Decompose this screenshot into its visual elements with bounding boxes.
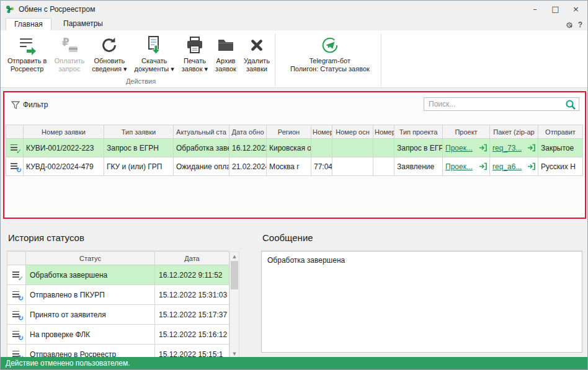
search-box — [424, 97, 579, 111]
telegram-bot-label: Telegram-бот Полигон: Статусы заявок — [290, 57, 370, 73]
open-package-icon[interactable] — [527, 162, 535, 170]
app-logo-icon — [5, 4, 15, 14]
cell-number: КУВД-002/2024-479 — [24, 157, 104, 176]
request-row-selected[interactable]: ✓ КУВИ-001/2022-223 Запрос в ЕГРН Обрабо… — [6, 139, 583, 157]
title-bar: Обмен с Росреестром – □ × — [1, 1, 587, 18]
column-header-type[interactable]: Тип заявки — [104, 125, 174, 139]
column-header-package[interactable]: Пакет (zip-ар — [490, 125, 538, 139]
send-to-rosreestr-button[interactable]: Отправить в Росреестр — [4, 32, 50, 80]
minimize-button[interactable]: – — [525, 1, 545, 17]
column-header-extra-number[interactable]: Номер — [373, 125, 394, 139]
column-header-status[interactable]: Актуальный ста — [174, 125, 229, 139]
search-input[interactable] — [424, 98, 579, 110]
status-sync-icon: ↻ — [12, 290, 21, 299]
history-date-cell: 15.12.2022 15:17:37 — [155, 305, 229, 325]
pay-request-icon: ₽ — [60, 33, 79, 56]
history-status-cell: Принято от заявителя — [26, 305, 155, 325]
refresh-info-label: Обновить сведения ▾ — [92, 57, 127, 73]
history-status-cell: Отправлено в Росреестр — [26, 345, 155, 359]
request-done-icon: ✓ — [10, 143, 19, 152]
ribbon-group-label: Действия — [1, 77, 281, 85]
cell-project: Проек... — [443, 157, 490, 176]
request-row[interactable]: ↻ КУВД-002/2024-479 ГКУ и (или) ГРП Ожид… — [6, 157, 583, 176]
pay-request-label: Оплатить запрос — [54, 57, 84, 73]
telegram-bot-button[interactable]: Telegram-бот Полигон: Статусы заявок — [280, 32, 380, 80]
column-header-updated[interactable]: Дата обно — [229, 125, 267, 139]
download-documents-label: Скачать документы ▾ — [135, 57, 174, 73]
print-requests-button[interactable]: Печать заявок ▾ — [178, 32, 212, 80]
column-header-cadastral[interactable]: Номер — [311, 125, 332, 139]
open-project-icon[interactable] — [479, 162, 487, 170]
history-column-status[interactable]: Статус — [26, 252, 155, 265]
download-documents-button[interactable]: Скачать документы ▾ — [131, 32, 178, 80]
tab-settings[interactable]: Параметры — [55, 18, 111, 30]
cell-cadastral — [311, 139, 332, 157]
history-status-cell: На проверке ФЛК — [26, 325, 155, 345]
window-controls: – □ × — [525, 1, 586, 17]
cell-status: Обработка завершена — [174, 139, 229, 157]
history-icon-cell: ✓ — [7, 265, 26, 285]
package-link[interactable]: req_73... — [492, 144, 522, 152]
check-icon: ✓ — [16, 148, 22, 155]
open-package-icon[interactable] — [527, 144, 535, 152]
column-header-sender[interactable]: Отправит — [538, 125, 583, 139]
printer-icon — [185, 33, 205, 56]
message-panel: Сообщение Обработка завершена — [261, 227, 582, 353]
delete-x-icon — [247, 33, 266, 56]
history-icon-cell: ↻ — [7, 305, 26, 325]
maximize-button[interactable]: □ — [545, 1, 566, 17]
column-header-base-number[interactable]: Номер осн — [332, 125, 373, 139]
history-scrollbar[interactable]: ▲ ▼ — [229, 252, 239, 358]
history-status-cell: Отправлено в ПКУРП — [26, 285, 155, 305]
ribbon-tab-row: Главная Параметры ⚙▾ ? — [1, 18, 587, 30]
package-link[interactable]: req_a6... — [492, 162, 522, 171]
project-link[interactable]: Проек... — [445, 144, 473, 152]
open-project-icon[interactable] — [479, 144, 487, 152]
status-bar: Действие отменено пользователем. — [1, 357, 587, 369]
project-link[interactable]: Проек... — [445, 162, 473, 171]
cell-region: Москва г — [267, 157, 311, 176]
filter-button[interactable]: Фильтр — [11, 100, 48, 109]
history-date-cell: 15.12.2022 15:15:1 — [155, 345, 229, 359]
pay-request-button: ₽ Оплатить запрос — [50, 32, 88, 80]
history-column-date[interactable]: Дата — [155, 252, 229, 265]
cell-base-number — [332, 139, 373, 157]
column-header-region[interactable]: Регион — [267, 125, 311, 139]
refresh-icon — [100, 33, 118, 56]
delete-requests-button[interactable]: Удалить заявки — [240, 32, 274, 80]
history-icon-cell: ↻ — [7, 285, 26, 305]
settings-menu-button[interactable]: ⚙▾ — [566, 19, 572, 30]
sync-icon: ↻ — [18, 315, 24, 322]
cell-project: Проек... — [443, 139, 490, 157]
history-date-cell: 16.12.2022 9:11:52 — [155, 265, 229, 285]
row-icon-cell: ✓ — [6, 139, 24, 157]
message-text-box: Обработка завершена — [261, 251, 582, 353]
column-header-project[interactable]: Проект — [443, 125, 490, 139]
history-icon-cell: ↻ — [7, 345, 26, 359]
column-header-project-type[interactable]: Тип проекта — [394, 125, 443, 139]
search-icon[interactable] — [565, 99, 576, 110]
refresh-info-button[interactable]: Обновить сведения ▾ — [88, 32, 130, 80]
history-row[interactable]: ↻ Отправлено в Росреестр 15.12.2022 15:1… — [7, 345, 229, 359]
history-row[interactable]: ↻ На проверке ФЛК 15.12.2022 15:16:12 — [7, 325, 229, 345]
scrollbar-thumb[interactable] — [231, 261, 238, 289]
filter-funnel-icon — [11, 101, 20, 109]
cell-package: req_73... — [490, 139, 538, 157]
status-done-icon: ✓ — [12, 270, 21, 280]
cell-number: КУВИ-001/2022-223 — [24, 139, 104, 157]
history-row[interactable]: ↻ Отправлено в ПКУРП 15.12.2022 15:31:03 — [7, 285, 229, 305]
history-row-selected[interactable]: ✓ Обработка завершена 16.12.2022 9:11:52 — [7, 265, 229, 285]
scroll-up-icon[interactable]: ▲ — [230, 252, 239, 260]
cell-updated: 16.12.2022 — [229, 139, 267, 157]
send-to-rosreestr-label: Отправить в Росреестр — [7, 57, 47, 73]
column-header-icon — [6, 125, 24, 139]
filter-label: Фильтр — [23, 100, 48, 109]
history-row[interactable]: ↻ Принято от заявителя 15.12.2022 15:17:… — [7, 305, 229, 325]
archive-requests-button[interactable]: Архив заявок — [212, 32, 240, 80]
close-button[interactable]: × — [566, 1, 586, 17]
status-history-table: Статус Дата ✓ Обработка завершена 16.12.… — [7, 251, 229, 358]
help-button[interactable]: ? — [578, 20, 582, 29]
app-window: Обмен с Росреестром – □ × Главная Параме… — [0, 0, 588, 370]
tab-home[interactable]: Главная — [6, 18, 51, 30]
column-header-number[interactable]: Номер заявки — [24, 125, 104, 139]
